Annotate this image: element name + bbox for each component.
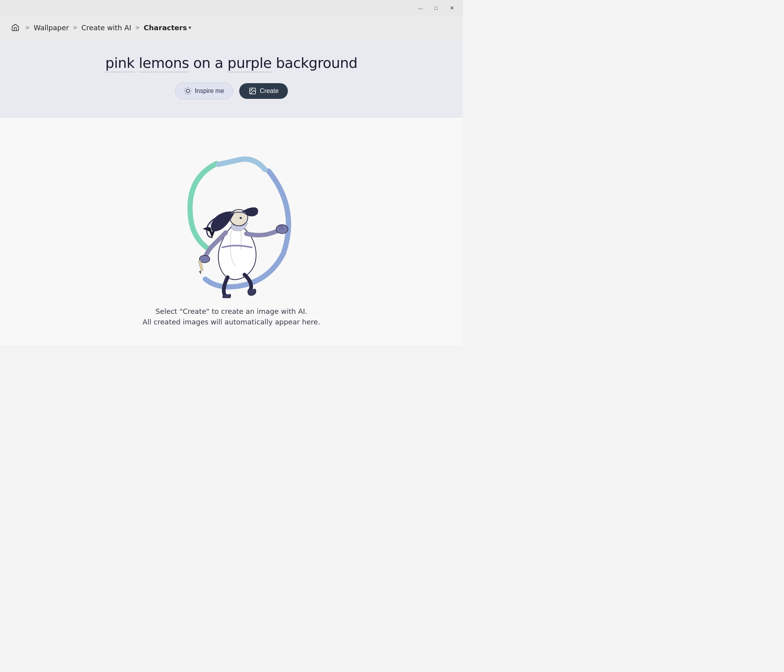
status-line-2: All created images will automatically ap… xyxy=(143,317,320,327)
maximize-icon xyxy=(435,5,438,11)
breadcrumb-create-with-ai[interactable]: Create with AI xyxy=(82,24,131,32)
close-button[interactable] xyxy=(446,2,458,13)
create-label: Create xyxy=(260,87,278,95)
svg-line-4 xyxy=(190,93,190,93)
inspire-me-label: Inspire me xyxy=(195,87,224,95)
svg-marker-13 xyxy=(199,271,202,275)
close-icon xyxy=(450,5,454,11)
svg-point-10 xyxy=(251,89,252,91)
home-icon xyxy=(11,23,20,32)
svg-line-7 xyxy=(185,93,186,93)
breadcrumb-home[interactable] xyxy=(9,22,21,33)
prompt-word-purple: purple xyxy=(227,55,271,72)
breadcrumb-bar: > Wallpaper > Create with AI > Character… xyxy=(0,16,463,39)
svg-point-16 xyxy=(240,217,242,219)
minimize-button[interactable] xyxy=(414,2,427,13)
main-bottom-section: Select "Create" to create an image with … xyxy=(0,118,463,345)
breadcrumb-wallpaper[interactable]: Wallpaper xyxy=(34,24,69,32)
inspire-icon xyxy=(184,87,192,95)
maximize-button[interactable] xyxy=(430,2,442,13)
main-top-section: pink lemons on a purple background Inspi… xyxy=(0,39,463,118)
separator-2: > xyxy=(73,24,78,31)
prompt-word-pink: pink xyxy=(106,55,135,72)
inspire-me-button[interactable]: Inspire me xyxy=(175,83,233,99)
create-button[interactable]: Create xyxy=(239,83,288,99)
svg-point-0 xyxy=(186,89,189,93)
svg-line-8 xyxy=(190,89,190,89)
breadcrumb-characters-dropdown[interactable]: Characters ▾ xyxy=(144,24,191,32)
action-buttons: Inspire me Create xyxy=(175,83,288,99)
separator-3: > xyxy=(135,24,140,31)
chevron-down-icon: ▾ xyxy=(189,24,191,31)
breadcrumb-characters-label: Characters xyxy=(144,24,187,32)
minimize-icon xyxy=(418,5,423,11)
svg-line-3 xyxy=(185,89,186,89)
separator-1: > xyxy=(25,24,30,31)
illustration-container xyxy=(157,133,306,298)
character-illustration xyxy=(157,133,306,298)
prompt-word-lemons: lemons xyxy=(139,55,189,72)
status-text: Select "Create" to create an image with … xyxy=(143,306,320,327)
create-image-icon xyxy=(249,87,256,95)
prompt-display: pink lemons on a purple background xyxy=(106,55,358,72)
titlebar xyxy=(0,0,463,16)
status-line-1: Select "Create" to create an image with … xyxy=(143,306,320,317)
